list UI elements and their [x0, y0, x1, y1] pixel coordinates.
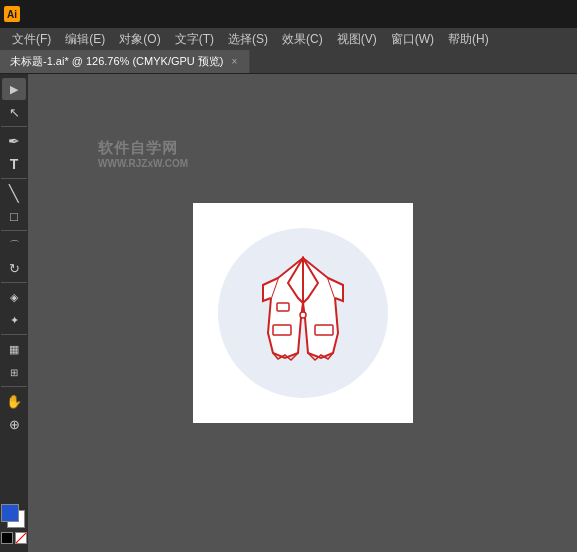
- symbol-tool[interactable]: ⊞: [2, 361, 26, 383]
- svg-rect-0: [273, 325, 291, 335]
- blend-tool[interactable]: ◈: [2, 286, 26, 308]
- shape-tool[interactable]: □: [2, 205, 26, 227]
- vest-icon: [243, 243, 363, 383]
- pen-tool[interactable]: ✒: [2, 130, 26, 152]
- menu-select[interactable]: 选择(S): [222, 29, 274, 50]
- tab-close-button[interactable]: ×: [230, 56, 240, 67]
- watermark: 软件自学网 WWW.RJZxW.COM: [98, 139, 188, 169]
- fill-color[interactable]: [1, 504, 19, 522]
- direct-select-tool[interactable]: ↖: [2, 101, 26, 123]
- svg-point-3: [300, 312, 306, 318]
- menu-effect[interactable]: 效果(C): [276, 29, 329, 50]
- svg-rect-2: [277, 303, 289, 311]
- artboard: [193, 203, 413, 423]
- menu-window[interactable]: 窗口(W): [385, 29, 440, 50]
- menu-bar: 文件(F) 编辑(E) 对象(O) 文字(T) 选择(S) 效果(C) 视图(V…: [0, 28, 577, 50]
- menu-file[interactable]: 文件(F): [6, 29, 57, 50]
- document-tab[interactable]: 未标题-1.ai* @ 126.76% (CMYK/GPU 预览) ×: [0, 50, 250, 73]
- zoom-tool[interactable]: ⊕: [2, 413, 26, 435]
- default-fill[interactable]: [1, 532, 13, 544]
- menu-view[interactable]: 视图(V): [331, 29, 383, 50]
- brush-tool[interactable]: ⌒: [2, 234, 26, 256]
- eyedropper-tool[interactable]: ✦: [2, 309, 26, 331]
- line-tool[interactable]: ╲: [2, 182, 26, 204]
- main-layout: ▶ ↖ ✒ T ╲ □ ⌒ ↻ ◈ ✦ ▦ ⊞ ✋ ⊕: [0, 74, 577, 552]
- toolbar: ▶ ↖ ✒ T ╲ □ ⌒ ↻ ◈ ✦ ▦ ⊞ ✋ ⊕: [0, 74, 28, 552]
- menu-edit[interactable]: 编辑(E): [59, 29, 111, 50]
- type-tool[interactable]: T: [2, 153, 26, 175]
- graph-tool[interactable]: ▦: [2, 338, 26, 360]
- color-swatches: [1, 500, 27, 548]
- canvas-area[interactable]: 软件自学网 WWW.RJZxW.COM: [28, 74, 577, 552]
- title-bar: Ai: [0, 0, 577, 28]
- default-colors: [1, 532, 27, 544]
- menu-text[interactable]: 文字(T): [169, 29, 220, 50]
- ai-logo: Ai: [4, 6, 20, 22]
- menu-object[interactable]: 对象(O): [113, 29, 166, 50]
- fill-stroke-swatches[interactable]: [1, 504, 27, 530]
- circle-background: [218, 228, 388, 398]
- svg-rect-1: [315, 325, 333, 335]
- none-color[interactable]: [15, 532, 27, 544]
- menu-help[interactable]: 帮助(H): [442, 29, 495, 50]
- tab-title: 未标题-1.ai* @ 126.76% (CMYK/GPU 预览): [10, 54, 224, 69]
- hand-tool[interactable]: ✋: [2, 390, 26, 412]
- tab-bar: 未标题-1.ai* @ 126.76% (CMYK/GPU 预览) ×: [0, 50, 577, 74]
- select-tool[interactable]: ▶: [2, 78, 26, 100]
- rotate-tool[interactable]: ↻: [2, 257, 26, 279]
